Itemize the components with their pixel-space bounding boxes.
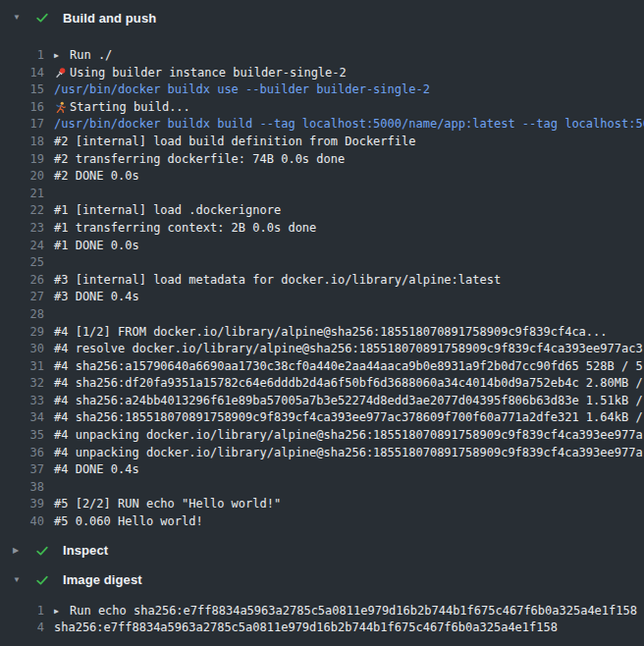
line-number[interactable]: 30 [0, 341, 44, 358]
line-number[interactable]: 25 [0, 254, 44, 272]
log-line: 19#2 transferring dockerfile: 74B 0.0s d… [0, 151, 644, 169]
line-number[interactable]: 23 [0, 220, 44, 238]
log-line: 31#4 sha256:a15790640a6690aa1730c38cf0a4… [0, 358, 644, 376]
log-line: 36#4 unpacking docker.io/library/alpine@… [0, 445, 644, 462]
line-number[interactable]: 15 [0, 81, 44, 99]
log-text-command: /usr/bin/docker buildx use --builder bui… [54, 81, 430, 99]
line-number[interactable]: 36 [0, 445, 44, 462]
line-number[interactable]: 29 [0, 324, 44, 342]
section-header-image-digest[interactable]: ▼ Image digest [0, 565, 644, 595]
log-text: #3 [internal] load metadata for docker.i… [54, 272, 501, 290]
log-text: Using builder instance builder-single-2 [70, 65, 347, 82]
line-number[interactable]: 26 [0, 272, 44, 290]
log-line: 29#4 [1/2] FROM docker.io/library/alpine… [0, 324, 644, 342]
line-number[interactable]: 32 [0, 375, 44, 393]
log-line: 22#1 [internal] load .dockerignore [0, 202, 644, 220]
section-title: Inspect [63, 543, 108, 558]
log-line: 28 [0, 306, 644, 324]
log-text: Run echo sha256:e7ff8834a5963a2785c5a081… [70, 603, 637, 620]
log-line: 32#4 sha256:df20fa9351a15782c64e6dddb2d4… [0, 375, 644, 393]
line-number[interactable]: 16 [0, 99, 44, 117]
log-line: 33#4 sha256:a24bb4013296f61e89ba57005a7b… [0, 393, 644, 410]
log-text: #5 0.060 Hello world! [54, 513, 203, 531]
log-text: Run ./ [70, 47, 112, 65]
log-line: 20#2 DONE 0.0s [0, 168, 644, 186]
log-text: Starting build... [70, 99, 190, 117]
log-text: #4 resolve docker.io/library/alpine@sha2… [54, 341, 643, 358]
play-expand-icon[interactable]: ▶ [54, 603, 70, 620]
log-line: 21 [0, 186, 644, 203]
log-line: 37#4 DONE 0.4s [0, 461, 644, 479]
check-success-icon [35, 11, 49, 25]
line-number[interactable]: 27 [0, 289, 44, 306]
log-line: 25 [0, 254, 644, 272]
line-number[interactable]: 31 [0, 358, 44, 376]
runner-icon [54, 99, 70, 117]
check-success-icon [35, 573, 49, 587]
log-text: #1 DONE 0.0s [54, 238, 139, 255]
log-line: 40#5 0.060 Hello world! [0, 513, 644, 531]
log-line: 17/usr/bin/docker buildx build --tag loc… [0, 116, 644, 134]
log-lines: 1▶Run echo sha256:e7ff8834a5963a2785c5a0… [0, 595, 644, 637]
log-text: #4 unpacking docker.io/library/alpine@sh… [54, 445, 643, 462]
log-line: 14Using builder instance builder-single-… [0, 65, 644, 82]
log-text-command: /usr/bin/docker buildx build --tag local… [54, 116, 644, 134]
chevron-right-icon[interactable]: ▶ [13, 547, 23, 555]
line-number[interactable]: 4 [0, 619, 44, 637]
log-line: 1▶Run echo sha256:e7ff8834a5963a2785c5a0… [0, 603, 644, 620]
line-number[interactable]: 17 [0, 116, 44, 134]
check-success-icon [35, 544, 49, 558]
log-line: 23#1 transferring context: 2B 0.0s done [0, 220, 644, 238]
section-header-build-and-push[interactable]: ▼ Build and push [0, 0, 644, 35]
section-inspect: ▶ Inspect [0, 536, 644, 565]
section-build-and-push: ▼ Build and push 1▶Run ./14Using builder… [0, 0, 644, 531]
log-text: #3 DONE 0.4s [54, 289, 139, 306]
log-line: 16Starting build... [0, 99, 644, 117]
log-line: 27#3 DONE 0.4s [0, 289, 644, 306]
chevron-down-icon[interactable]: ▼ [13, 14, 23, 22]
line-number[interactable]: 20 [0, 168, 44, 186]
log-text: #4 [1/2] FROM docker.io/library/alpine@s… [54, 324, 608, 342]
line-number[interactable]: 34 [0, 409, 44, 427]
line-number[interactable]: 24 [0, 238, 44, 255]
line-number[interactable]: 38 [0, 479, 44, 497]
log-text: #4 DONE 0.4s [54, 461, 139, 479]
line-number[interactable]: 1 [0, 603, 44, 620]
log-text: #4 unpacking docker.io/library/alpine@sh… [54, 427, 643, 445]
log-text: #2 transferring dockerfile: 74B 0.0s don… [54, 151, 345, 169]
line-number[interactable]: 40 [0, 513, 44, 531]
log-line: 26#3 [internal] load metadata for docker… [0, 272, 644, 290]
log-line: 34#4 sha256:185518070891758909c9f839cf4c… [0, 409, 644, 427]
log-text: #4 sha256:185518070891758909c9f839cf4ca3… [54, 409, 643, 427]
log-line: 30#4 resolve docker.io/library/alpine@sh… [0, 341, 644, 358]
section-image-digest: ▼ Image digest 1▶Run echo sha256:e7ff883… [0, 565, 644, 637]
line-number[interactable]: 19 [0, 151, 44, 169]
actions-log-viewer: ▼ Build and push 1▶Run ./14Using builder… [0, 0, 644, 646]
section-title: Build and push [63, 11, 156, 26]
line-number[interactable]: 35 [0, 427, 44, 445]
log-text: #4 sha256:df20fa9351a15782c64e6dddb2d4a6… [54, 375, 643, 393]
line-number[interactable]: 33 [0, 393, 44, 410]
section-header-inspect[interactable]: ▶ Inspect [0, 536, 644, 565]
line-number[interactable]: 37 [0, 461, 44, 479]
line-number[interactable]: 39 [0, 496, 44, 513]
log-text: #1 [internal] load .dockerignore [54, 202, 281, 220]
line-number[interactable]: 14 [0, 65, 44, 82]
log-line: 18#2 [internal] load build definition fr… [0, 134, 644, 151]
log-line: 39#5 [2/2] RUN echo "Hello world!" [0, 496, 644, 513]
log-line: 38 [0, 479, 644, 497]
log-text: #4 sha256:a15790640a6690aa1730c38cf0a440… [54, 358, 643, 376]
line-number[interactable]: 22 [0, 202, 44, 220]
line-number[interactable]: 21 [0, 186, 44, 203]
log-text: #2 DONE 0.0s [54, 168, 139, 186]
line-number[interactable]: 18 [0, 134, 44, 151]
log-text: #4 sha256:a24bb4013296f61e89ba57005a7b3e… [54, 393, 643, 410]
log-text: #1 transferring context: 2B 0.0s done [54, 220, 316, 238]
log-line: 4sha256:e7ff8834a5963a2785c5a0811e979d16… [0, 619, 644, 637]
log-text: #5 [2/2] RUN echo "Hello world!" [54, 496, 281, 513]
line-number[interactable]: 1 [0, 47, 44, 65]
play-expand-icon[interactable]: ▶ [54, 47, 70, 65]
chevron-down-icon[interactable]: ▼ [13, 576, 23, 584]
log-line: 1▶Run ./ [0, 47, 644, 65]
line-number[interactable]: 28 [0, 306, 44, 324]
